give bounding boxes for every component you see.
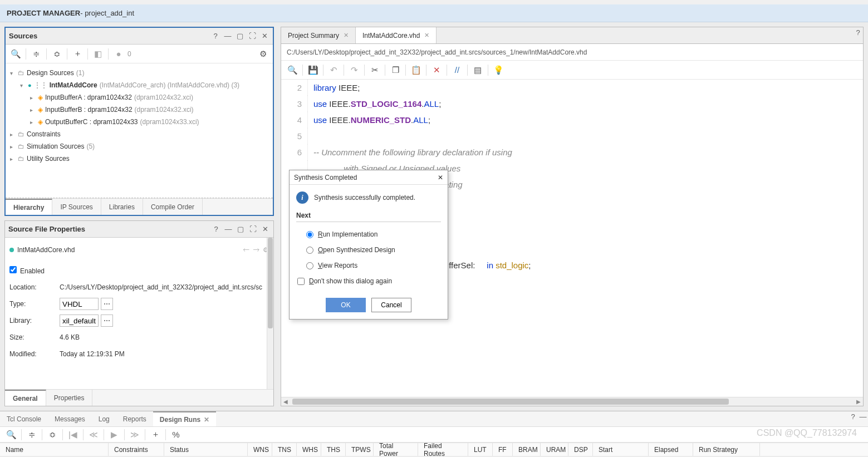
column-header[interactable]: THS	[321, 443, 346, 456]
help-icon[interactable]: ?	[211, 224, 221, 234]
minimize-icon[interactable]: —	[858, 411, 868, 421]
column-header[interactable]: FF	[493, 443, 513, 456]
bottom-tab-tcl-console[interactable]: Tcl Console	[0, 411, 48, 426]
tree-row[interactable]: ▸◈InputBufferB : dpram1024x32(dpram1024x…	[10, 104, 268, 116]
tab-general[interactable]: General	[5, 390, 46, 406]
delete-icon[interactable]: ✕	[431, 65, 442, 76]
tree-row[interactable]: ▸◈InputBufferA : dpram1024x32(dpram1024x…	[10, 91, 268, 104]
column-header[interactable]: Failed Routes	[418, 443, 468, 456]
tree-row[interactable]: ▸🗀Constraints	[10, 128, 268, 140]
editor-hscrollbar[interactable]: ◀ ▶	[281, 397, 863, 406]
cut-icon[interactable]: ✂	[369, 65, 380, 76]
column-header[interactable]: Status	[164, 443, 248, 456]
library-more-button[interactable]: ⋯	[101, 315, 113, 327]
tree-row[interactable]: ▾🗀Design Sources (1)	[10, 67, 268, 79]
dont-show-checkbox[interactable]: Don't show this dialog again	[296, 273, 441, 289]
bottom-tab-log[interactable]: Log	[92, 411, 116, 426]
prop-type[interactable]	[60, 298, 99, 310]
redo-icon[interactable]: ↷	[349, 65, 360, 76]
column-header[interactable]: Total Power	[374, 443, 418, 456]
mode-icon[interactable]: ◧	[92, 48, 104, 60]
column-header[interactable]: WHS	[297, 443, 321, 456]
type-more-button[interactable]: ⋯	[101, 298, 113, 310]
add-icon[interactable]: ＋	[72, 48, 83, 60]
settings-icon[interactable]: ⚙	[257, 48, 268, 60]
column-header[interactable]: Elapsed	[649, 443, 693, 456]
dialog-close-icon[interactable]: ✕	[438, 174, 443, 181]
search-icon[interactable]: 🔍	[10, 48, 21, 60]
prop-size: 4.6 KB	[60, 333, 80, 341]
tree-row[interactable]: ▾●⋮⋮IntMatAddCore(IntMatAddCore_arch) (I…	[10, 79, 268, 91]
cancel-button[interactable]: Cancel	[371, 298, 411, 312]
paste-icon[interactable]: 📋	[410, 65, 421, 76]
maximize-icon[interactable]: ⛶	[248, 224, 258, 234]
save-icon[interactable]: 💾	[307, 65, 318, 76]
help-icon[interactable]: ?	[848, 411, 858, 421]
column-header[interactable]: Constraints	[109, 443, 164, 456]
properties-title: Source File Properties	[8, 225, 85, 233]
expand-icon[interactable]: ≎	[47, 429, 58, 440]
tree-row[interactable]: ▸◈OutputBufferC : dpram1024x33(dpram1024…	[10, 116, 268, 128]
tree-row[interactable]: ▸🗀Simulation Sources (5)	[10, 140, 268, 153]
column-header[interactable]: Run Strategy	[693, 443, 760, 456]
column-header[interactable]: BRAM	[513, 443, 541, 456]
help-icon[interactable]: ?	[853, 27, 863, 37]
column-header[interactable]: URAM	[541, 443, 568, 456]
tab-libraries[interactable]: Libraries	[101, 199, 143, 215]
play-icon[interactable]: ▶	[109, 429, 120, 440]
minimize-icon[interactable]: —	[223, 31, 233, 41]
tab-ip-sources[interactable]: IP Sources	[52, 199, 101, 215]
expand-icon[interactable]: ≎	[51, 48, 62, 60]
column-header[interactable]: Name	[0, 443, 109, 456]
sources-tree[interactable]: ▾🗀Design Sources (1)▾●⋮⋮IntMatAddCore(In…	[6, 63, 273, 198]
editor-tab[interactable]: IntMatAddCore.vhd✕	[356, 27, 437, 43]
undo-icon[interactable]: ↶	[328, 65, 339, 76]
close-icon[interactable]: ✕	[259, 31, 269, 41]
bottom-tab-messages[interactable]: Messages	[48, 411, 92, 426]
file-dot-icon	[9, 248, 14, 252]
close-tab-icon[interactable]: ✕	[344, 32, 349, 39]
column-header[interactable]: TNS	[272, 443, 297, 456]
next-icon[interactable]: ≫	[129, 429, 140, 440]
bottom-tab-reports[interactable]: Reports	[116, 411, 153, 426]
add-icon[interactable]: ＋	[150, 429, 161, 440]
first-icon[interactable]: |◀	[67, 429, 79, 440]
tab-hierarchy[interactable]: Hierarchy	[6, 199, 52, 215]
column-header[interactable]: LUT	[468, 443, 493, 456]
tree-row[interactable]: ▸🗀Utility Sources	[10, 153, 268, 165]
restore-icon[interactable]: ▢	[236, 224, 246, 234]
tab-compile-order[interactable]: Compile Order	[143, 199, 203, 215]
opt-run-impl[interactable]: Run Implementation	[296, 227, 441, 242]
bottom-tab-design-runs[interactable]: Design Runs ✕	[153, 411, 216, 426]
close-icon[interactable]: ✕	[260, 224, 270, 234]
column-header[interactable]: DSP	[568, 443, 593, 456]
maximize-icon[interactable]: ⛶	[247, 31, 257, 41]
collapse-icon[interactable]: ≑	[31, 48, 42, 60]
prev-icon[interactable]: ≪	[88, 429, 99, 440]
copy-icon[interactable]: ❐	[390, 65, 401, 76]
comment-icon[interactable]: //	[452, 65, 463, 76]
prop-library[interactable]	[60, 315, 99, 327]
search-icon[interactable]: 🔍	[287, 65, 298, 76]
prev-icon[interactable]: 🡐	[243, 246, 249, 254]
column-header[interactable]: Start	[593, 443, 649, 456]
tab-properties[interactable]: Properties	[46, 390, 93, 406]
ok-button[interactable]: OK	[326, 298, 366, 312]
editor-tab[interactable]: Project Summary✕	[281, 27, 356, 43]
enabled-checkbox[interactable]: Enabled	[9, 266, 45, 275]
column-header[interactable]: TPWS	[346, 443, 374, 456]
opt-open-synth[interactable]: Open Synthesized Design	[296, 242, 441, 258]
bulb-icon[interactable]: 💡	[493, 65, 504, 76]
column-header[interactable]: WNS	[248, 443, 272, 456]
columns-icon[interactable]: ▤	[472, 65, 483, 76]
help-icon[interactable]: ?	[210, 31, 220, 41]
close-tab-icon[interactable]: ✕	[424, 32, 429, 39]
minimize-icon[interactable]: —	[223, 224, 233, 234]
opt-view-reports[interactable]: View Reports	[296, 258, 441, 273]
next-icon[interactable]: 🡒	[253, 246, 259, 254]
props-scrollbar[interactable]	[267, 238, 273, 389]
collapse-icon[interactable]: ≑	[26, 429, 37, 440]
search-icon[interactable]: 🔍	[6, 429, 17, 440]
restore-icon[interactable]: ▢	[235, 31, 245, 41]
percent-icon[interactable]: %	[170, 429, 182, 440]
